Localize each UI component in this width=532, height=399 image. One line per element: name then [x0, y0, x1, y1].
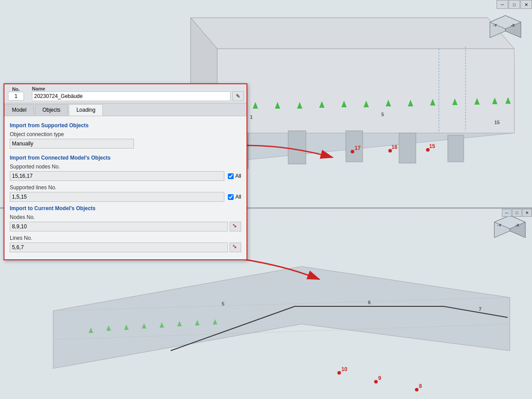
edit-button[interactable]: ✎ — [232, 91, 244, 101]
vp-minimize-btn[interactable]: ─ — [502, 209, 512, 217]
svg-text:15: 15 — [429, 143, 435, 149]
all-nodes-label: All — [235, 173, 241, 179]
svg-point-71 — [233, 224, 235, 226]
vp-close-btn[interactable]: ✕ — [522, 209, 532, 217]
tab-model[interactable]: Model — [4, 104, 34, 116]
section-import-connected-title: Import from Connected Model's Objects — [10, 155, 241, 161]
svg-text:10: 10 — [341, 366, 348, 372]
svg-text:-X: -X — [511, 23, 515, 27]
model-panel: No. 1 Name ✎ Model Objects Loading Impor… — [4, 83, 247, 260]
nodes-input[interactable] — [10, 222, 228, 231]
minimize-button[interactable]: ─ — [497, 0, 508, 9]
svg-text:1: 1 — [250, 114, 253, 120]
panel-no-field: No. 1 — [7, 86, 25, 101]
tab-objects[interactable]: Objects — [35, 104, 68, 116]
title-bar: ─ □ ✕ — [497, 0, 532, 9]
connection-type-label: Object connection type — [10, 131, 241, 137]
svg-text:5: 5 — [222, 301, 224, 306]
panel-content: Import from Supported Objects Object con… — [4, 116, 246, 259]
tab-loading[interactable]: Loading — [69, 104, 103, 116]
svg-text:9: 9 — [378, 375, 381, 381]
svg-text:-X: -X — [515, 223, 519, 227]
close-button[interactable]: ✕ — [520, 0, 532, 9]
name-row: ✎ — [32, 91, 244, 101]
no-value: 1 — [8, 92, 24, 101]
svg-text:8: 8 — [419, 383, 422, 389]
svg-point-50 — [415, 388, 419, 391]
navcube-top: -X -Y — [488, 13, 523, 49]
supported-lines-label: Supported lines No. — [10, 184, 241, 191]
lines-row — [10, 243, 241, 252]
all-nodes-checkbox[interactable] — [228, 173, 234, 179]
section-import-supported-title: Import from Supported Objects — [10, 122, 241, 129]
section-import-current-title: Import to Current Model's Objects — [10, 205, 241, 211]
supported-lines-input[interactable] — [10, 192, 224, 202]
nodes-pick-button[interactable] — [230, 222, 241, 231]
svg-text:-Y: -Y — [497, 223, 501, 227]
maximize-button[interactable]: □ — [509, 0, 520, 9]
svg-point-48 — [337, 371, 341, 375]
all-lines-checkbox-group: All — [228, 194, 241, 200]
svg-marker-4 — [217, 49, 514, 133]
svg-point-49 — [374, 380, 378, 383]
svg-text:17: 17 — [355, 145, 361, 151]
name-input[interactable] — [32, 91, 231, 101]
svg-text:7: 7 — [479, 306, 481, 312]
lines-input[interactable] — [10, 243, 228, 252]
panel-header: No. 1 Name ✎ — [4, 84, 246, 103]
svg-text:6: 6 — [368, 300, 371, 305]
svg-marker-2 — [191, 18, 514, 49]
svg-rect-8 — [399, 133, 416, 163]
svg-text:16: 16 — [391, 144, 398, 150]
navcube-bottom: -X -Y — [492, 213, 528, 250]
svg-text:15: 15 — [494, 120, 500, 125]
svg-point-72 — [233, 245, 235, 246]
svg-rect-9 — [448, 135, 464, 162]
svg-point-27 — [351, 150, 354, 153]
panel-name-field: Name ✎ — [32, 86, 244, 101]
lines-pick-button[interactable] — [230, 243, 241, 252]
svg-text:-Y: -Y — [493, 23, 497, 27]
vp-maximize-btn[interactable]: □ — [512, 209, 522, 217]
all-lines-label: All — [235, 194, 241, 200]
supported-nodes-label: Supported nodes No. — [10, 164, 241, 170]
svg-text:5: 5 — [381, 112, 384, 117]
nodes-row — [10, 222, 241, 231]
no-label: No. — [12, 86, 20, 92]
name-label: Name — [32, 86, 244, 91]
supported-nodes-input[interactable] — [10, 171, 224, 181]
all-lines-checkbox[interactable] — [228, 194, 234, 200]
lines-label: Lines No. — [10, 235, 241, 241]
all-nodes-checkbox-group: All — [228, 173, 241, 179]
nodes-label: Nodes No. — [10, 214, 241, 220]
panel-tabs: Model Objects Loading — [4, 103, 246, 116]
svg-rect-6 — [288, 131, 306, 164]
viewport-bottom-bar: ─ □ ✕ — [502, 209, 532, 217]
supported-lines-row: All — [10, 192, 241, 202]
supported-nodes-row: All — [10, 171, 241, 181]
connection-type-input[interactable] — [10, 139, 134, 149]
